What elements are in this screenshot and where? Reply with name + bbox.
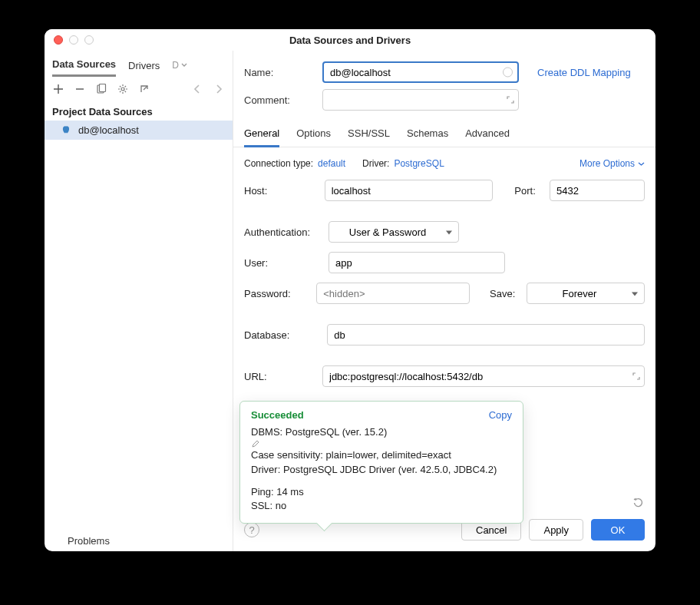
url-label: URL: — [244, 371, 322, 382]
sidebar-tab-drivers[interactable]: Drivers — [128, 60, 160, 76]
chevron-down-icon — [181, 62, 187, 68]
tab-sshssl[interactable]: SSH/SSL — [348, 127, 390, 147]
user-field[interactable] — [329, 252, 505, 273]
save-select[interactable]: Forever — [527, 283, 645, 304]
expand-icon[interactable] — [507, 96, 514, 104]
driver-label: Driver: — [362, 158, 389, 169]
port-field[interactable] — [550, 180, 645, 201]
url-field[interactable] — [322, 365, 645, 387]
driver-link[interactable]: PostgreSQL — [394, 158, 444, 169]
window-title: Data Sources and Drivers — [45, 35, 655, 46]
copy-icon[interactable] — [95, 83, 107, 95]
authentication-select[interactable]: User & Password — [329, 221, 459, 243]
forward-icon[interactable] — [213, 83, 225, 95]
more-options-dropdown[interactable]: More Options — [579, 158, 645, 169]
more-options-label: More Options — [579, 158, 635, 169]
help-icon[interactable]: ? — [244, 522, 259, 537]
add-icon[interactable] — [52, 83, 64, 95]
connection-type-label: Connection type: — [244, 158, 313, 169]
popup-ping-line: Ping: 14 ms — [251, 485, 512, 500]
popup-status-title: Succeeded — [251, 409, 304, 421]
data-source-item-label: db@localhost — [78, 124, 139, 136]
loading-spinner-icon — [503, 68, 513, 78]
titlebar: Data Sources and Drivers — [45, 29, 655, 51]
sidebar-tab-ddl-label: D — [172, 60, 179, 71]
tab-schemas[interactable]: Schemas — [407, 127, 448, 147]
password-field[interactable] — [316, 283, 470, 304]
sidebar-tab-data-sources[interactable]: Data Sources — [52, 58, 116, 77]
tab-advanced[interactable]: Advanced — [465, 127, 510, 147]
settings-icon[interactable] — [117, 83, 129, 95]
name-label: Name: — [244, 67, 315, 78]
password-label: Password: — [244, 288, 316, 299]
tab-general[interactable]: General — [244, 127, 279, 147]
connection-type-value[interactable]: default — [318, 158, 345, 169]
problems-tab[interactable]: Problems — [45, 524, 233, 551]
popup-driver-line: Driver: PostgreSQL JDBC Driver (ver. 42.… — [251, 463, 512, 478]
tab-options[interactable]: Options — [296, 127, 331, 147]
sidebar-section-header: Project Data Sources — [45, 101, 233, 121]
ok-button[interactable]: OK — [591, 519, 645, 541]
sidebar-tab-ddl[interactable]: D — [172, 60, 187, 75]
export-icon[interactable] — [138, 83, 150, 95]
name-field[interactable] — [322, 61, 519, 83]
authentication-label: Authentication: — [244, 226, 329, 238]
database-label: Database: — [244, 329, 327, 341]
expand-icon[interactable] — [632, 372, 640, 380]
revert-icon[interactable] — [632, 496, 645, 508]
apply-button[interactable]: Apply — [529, 519, 583, 541]
remove-icon[interactable] — [74, 83, 86, 95]
host-field[interactable] — [325, 180, 494, 201]
popup-case-line: Case sensitivity: plain=lower, delimited… — [251, 448, 512, 463]
save-label: Save: — [490, 288, 527, 299]
port-label: Port: — [514, 185, 550, 197]
config-tabs: General Options SSH/SSL Schemas Advanced — [233, 120, 655, 147]
popup-ssl-line: SSL: no — [251, 499, 512, 514]
sidebar: Data Sources Drivers D — [45, 51, 233, 551]
connection-meta-row: Connection type: default Driver: Postgre… — [233, 147, 655, 175]
postgresql-icon — [61, 125, 72, 136]
database-field[interactable] — [327, 324, 645, 345]
svg-point-2 — [121, 88, 124, 91]
comment-label: Comment: — [244, 94, 315, 106]
copy-link[interactable]: Copy — [489, 409, 512, 421]
comment-field[interactable] — [322, 89, 519, 111]
svg-rect-1 — [100, 84, 106, 92]
host-label: Host: — [244, 185, 325, 197]
back-icon[interactable] — [191, 83, 203, 95]
connection-result-popup: Succeeded Copy DBMS: PostgreSQL (ver. 15… — [239, 401, 523, 524]
popup-dbms-line: DBMS: PostgreSQL (ver. 15.2) — [251, 426, 387, 438]
sidebar-tabs: Data Sources Drivers D — [45, 54, 233, 77]
edit-icon[interactable] — [251, 440, 512, 448]
sidebar-toolbar — [45, 77, 233, 101]
dialog-window: Data Sources and Drivers Data Sources Dr… — [45, 29, 655, 551]
chevron-down-icon — [638, 160, 645, 167]
user-label: User: — [244, 257, 329, 269]
create-ddl-mapping-link[interactable]: Create DDL Mapping — [537, 67, 631, 78]
data-source-item[interactable]: db@localhost — [45, 121, 233, 140]
